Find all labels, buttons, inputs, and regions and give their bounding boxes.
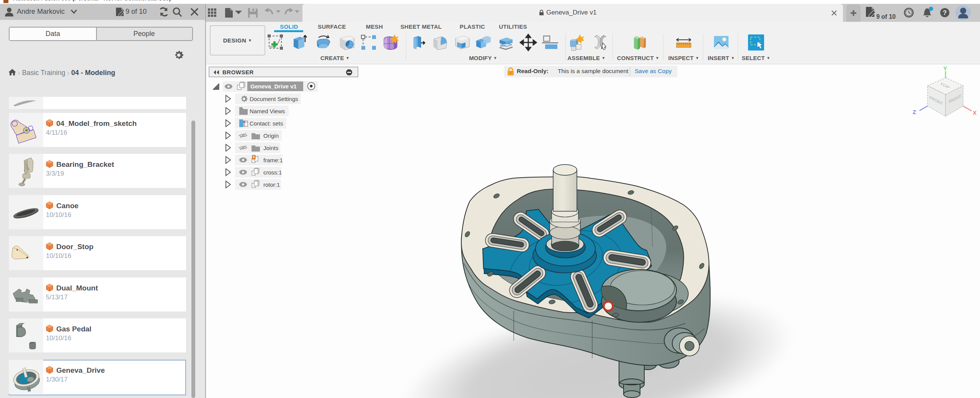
svg-text:?: ? (943, 9, 947, 16)
svg-text:Z: Z (913, 109, 916, 115)
svg-text:Y: Y (943, 65, 947, 72)
svg-text:9 of 10: 9 of 10 (876, 13, 896, 20)
svg-text:X: X (973, 109, 977, 116)
